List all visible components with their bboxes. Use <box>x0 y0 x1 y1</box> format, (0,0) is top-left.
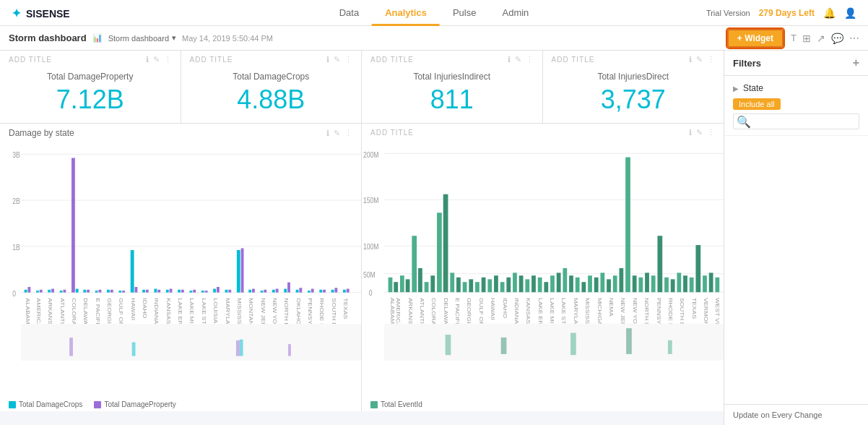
tab-pulse[interactable]: Pulse <box>440 0 490 26</box>
edit-icon-1[interactable]: ✎ <box>153 55 160 64</box>
svg-rect-133 <box>531 275 536 292</box>
info-icon-1[interactable]: ℹ <box>146 55 149 64</box>
svg-rect-129 <box>506 278 511 292</box>
trial-days: 279 Days Left <box>759 8 815 18</box>
svg-rect-193 <box>446 335 451 355</box>
svg-rect-159 <box>695 245 700 292</box>
svg-rect-125 <box>482 278 486 292</box>
svg-text:50M: 50M <box>363 270 376 279</box>
toolbar-icons: T ⊞ ↗ 💬 ⋯ <box>791 33 859 44</box>
svg-rect-37 <box>181 290 184 293</box>
svg-rect-155 <box>671 279 675 292</box>
info-icon-2[interactable]: ℹ <box>326 55 329 64</box>
kpi-header-4: ADD TITLE ℹ ✎ ⋮ <box>552 55 716 64</box>
state-filter-item[interactable]: ▶ State <box>733 82 859 95</box>
tab-data[interactable]: Data <box>326 0 372 26</box>
chart-info-icon-2[interactable]: ℹ <box>689 128 692 137</box>
edit-icon-2[interactable]: ✎ <box>334 55 340 64</box>
bell-icon[interactable]: 🔔 <box>823 7 836 19</box>
chart-svg-2: 200M 150M 100M 50M 0 <box>362 139 724 398</box>
more-icon-1[interactable]: ⋮ <box>164 55 172 64</box>
dashboard-icon: 📊 <box>92 33 103 43</box>
logo: ✦ SISENSE <box>12 5 77 21</box>
metric-value-2: 4.88B <box>190 85 353 115</box>
svg-rect-98 <box>240 340 243 356</box>
svg-rect-115 <box>418 268 422 292</box>
svg-rect-13 <box>40 290 43 293</box>
metric-label-3: Total InjuriesIndirect <box>370 72 534 82</box>
svg-text:IDAHO: IDAHO <box>142 298 147 318</box>
kpi-row: ADD TITLE ℹ ✎ ⋮ Total DamageProperty 7.1… <box>0 51 724 124</box>
include-all-tag[interactable]: Include all <box>733 98 781 110</box>
chart-title-1: Damage by state <box>9 128 74 138</box>
chart-header-1: Damage by state ℹ ✎ ⋮ <box>0 128 361 138</box>
svg-rect-41 <box>205 291 208 293</box>
add-widget-button[interactable]: + Widget <box>727 29 784 48</box>
user-icon[interactable]: 👤 <box>844 7 856 19</box>
update-label: Update on Every Change <box>733 411 823 419</box>
more-icon-2[interactable]: ⋮ <box>344 55 352 64</box>
kpi-add-title-3: ADD TITLE <box>370 56 414 64</box>
svg-text:TEXAS: TEXAS <box>691 298 697 319</box>
chart-info-icon-1[interactable]: ℹ <box>326 129 329 138</box>
comment-icon[interactable]: 💬 <box>831 33 843 44</box>
legend-item-1b: Total DamageProperty <box>94 400 176 408</box>
svg-rect-96 <box>132 343 136 356</box>
tab-analytics[interactable]: Analytics <box>372 0 440 26</box>
legend-item-1a: Total DamageCrops <box>9 400 82 408</box>
svg-rect-30 <box>142 290 145 293</box>
svg-rect-110 <box>389 278 393 292</box>
info-icon-3[interactable]: ℹ <box>508 55 511 64</box>
chart-edit-icon-1[interactable]: ✎ <box>334 129 340 138</box>
metric-value-1: 7.12B <box>9 85 172 115</box>
share-icon[interactable]: ↗ <box>817 33 825 44</box>
chart-edit-icon-2[interactable]: ✎ <box>696 128 703 137</box>
svg-rect-49 <box>252 289 255 293</box>
svg-rect-33 <box>157 290 160 293</box>
svg-rect-127 <box>494 275 498 292</box>
more-icon-4[interactable]: ⋮ <box>707 55 715 64</box>
chart-more-icon-1[interactable]: ⋮ <box>344 129 352 138</box>
chart-icons-2: ℹ ✎ ⋮ <box>689 128 715 137</box>
svg-rect-65 <box>347 289 350 293</box>
svg-rect-143 <box>594 278 599 292</box>
edit-icon-4[interactable]: ✎ <box>696 55 703 64</box>
svg-text:IDAHO: IDAHO <box>502 298 508 318</box>
svg-rect-124 <box>475 282 479 292</box>
kpi-header-3: ADD TITLE ℹ ✎ ⋮ <box>370 55 534 64</box>
text-icon[interactable]: T <box>791 33 797 43</box>
svg-rect-140 <box>576 278 580 292</box>
svg-rect-145 <box>607 279 611 292</box>
trial-text: Trial Version <box>706 9 750 17</box>
more-icon-3[interactable]: ⋮ <box>526 55 534 64</box>
svg-rect-38 <box>190 291 193 293</box>
svg-rect-39 <box>193 290 196 293</box>
svg-rect-111 <box>394 282 398 292</box>
tab-admin[interactable]: Admin <box>489 0 542 26</box>
svg-text:INDIANA: INDIANA <box>513 298 519 325</box>
svg-rect-148 <box>625 158 630 293</box>
svg-rect-16 <box>60 291 63 293</box>
chart-more-icon-2[interactable]: ⋮ <box>707 128 715 137</box>
svg-rect-23 <box>99 290 102 293</box>
legend-label-2a: Total EventId <box>381 400 422 408</box>
svg-rect-20 <box>83 290 86 293</box>
svg-rect-56 <box>296 290 299 293</box>
svg-rect-112 <box>400 275 404 292</box>
svg-rect-161 <box>709 272 713 292</box>
svg-rect-47 <box>241 248 244 292</box>
info-icon-4[interactable]: ℹ <box>689 55 692 64</box>
svg-text:NEMA: NEMA <box>608 298 614 317</box>
svg-text:0: 0 <box>369 288 373 297</box>
layout-icon[interactable]: ⊞ <box>802 33 811 44</box>
svg-rect-122 <box>463 282 467 292</box>
svg-rect-48 <box>248 290 251 293</box>
edit-icon-3[interactable]: ✎ <box>515 55 521 64</box>
svg-rect-150 <box>638 278 643 292</box>
kpi-icons-2: ℹ ✎ ⋮ <box>326 55 352 64</box>
svg-rect-118 <box>437 212 442 292</box>
legend-dot-1a <box>9 401 16 408</box>
more-icon[interactable]: ⋯ <box>849 33 859 44</box>
legend-item-2a: Total EventId <box>370 400 422 408</box>
add-filter-button[interactable]: + <box>853 56 859 69</box>
